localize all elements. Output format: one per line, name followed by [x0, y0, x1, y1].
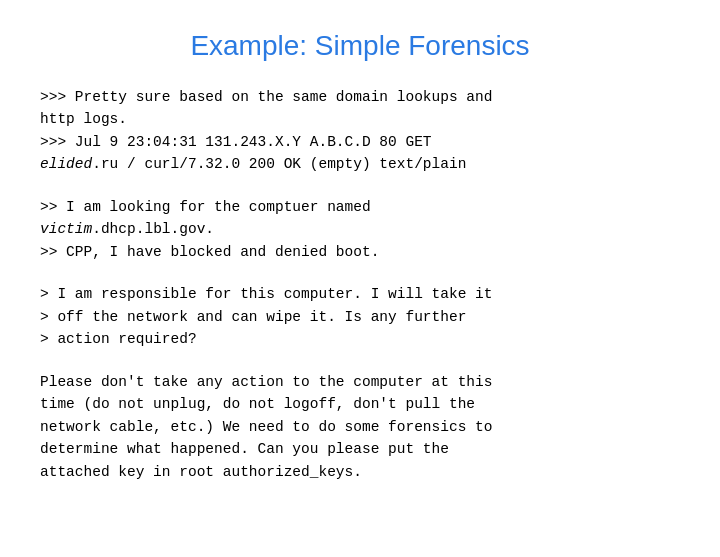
block2-line3: >> CPP, I have blocked and denied boot.	[40, 241, 680, 263]
block2-line2: victim.dhcp.lbl.gov.	[40, 218, 680, 240]
block4-line4: determine what happened. Can you please …	[40, 438, 680, 460]
block2-line2-italic: victim	[40, 221, 92, 237]
block1-line3: >>> Jul 9 23:04:31 131.243.X.Y A.B.C.D 8…	[40, 131, 680, 153]
block1-line2: http logs.	[40, 108, 680, 130]
block3-line2: > off the network and can wipe it. Is an…	[40, 306, 680, 328]
block4-line1: Please don't take any action to the comp…	[40, 371, 680, 393]
block-2: >> I am looking for the comptuer named v…	[40, 196, 680, 263]
block1-line4: elided.ru / curl/7.32.0 200 OK (empty) t…	[40, 153, 680, 175]
block2-line2-rest: .dhcp.lbl.gov.	[92, 221, 214, 237]
block1-line4-rest: .ru / curl/7.32.0 200 OK (empty) text/pl…	[92, 156, 466, 172]
block2-line1: >> I am looking for the comptuer named	[40, 196, 680, 218]
block4-line2: time (do not unplug, do not logoff, don'…	[40, 393, 680, 415]
block1-line4-italic: elided	[40, 156, 92, 172]
block4-line3: network cable, etc.) We need to do some …	[40, 416, 680, 438]
page-title: Example: Simple Forensics	[40, 30, 680, 62]
block1-line1: >>> Pretty sure based on the same domain…	[40, 86, 680, 108]
main-content: >>> Pretty sure based on the same domain…	[40, 86, 680, 483]
block4-line5: attached key in root authorized_keys.	[40, 461, 680, 483]
block3-line3: > action required?	[40, 328, 680, 350]
block-4: Please don't take any action to the comp…	[40, 371, 680, 483]
block-1: >>> Pretty sure based on the same domain…	[40, 86, 680, 176]
block-3: > I am responsible for this computer. I …	[40, 283, 680, 350]
block3-line1: > I am responsible for this computer. I …	[40, 283, 680, 305]
